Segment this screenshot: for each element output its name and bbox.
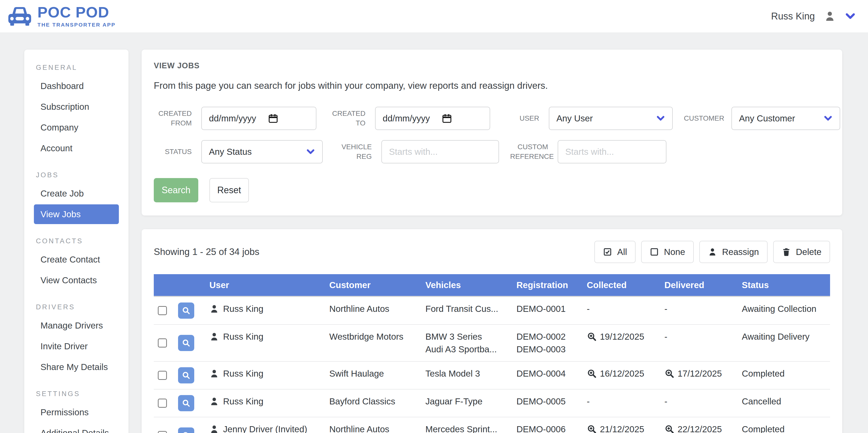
collected-value: 19/12/2025 <box>600 330 644 343</box>
registration-cell: DEMO-0002DEMO-0003 <box>513 330 583 355</box>
person-icon <box>209 332 219 341</box>
select-all-button[interactable]: All <box>594 241 636 263</box>
select-none-button[interactable]: None <box>641 241 694 263</box>
registration-line: DEMO-0005 <box>517 395 583 408</box>
customer-cell: Northline Autos <box>326 423 422 433</box>
sidebar-item-additional-details[interactable]: Additional Details <box>34 423 119 433</box>
sidebar-item-invite-driver[interactable]: Invite Driver <box>34 336 119 356</box>
calendar-icon[interactable] <box>268 113 278 124</box>
view-report-icon[interactable] <box>587 424 597 433</box>
main-content: VIEW JOBS From this page you can search … <box>142 50 842 433</box>
table-header-row: UserCustomerVehiclesRegistrationCollecte… <box>154 274 830 297</box>
vehicle-reg-input[interactable] <box>381 140 499 163</box>
logo-subtitle: THE TRANSPORTER APP <box>37 22 116 28</box>
view-job-button[interactable] <box>178 427 194 433</box>
user-menu[interactable]: Russ King <box>771 10 856 22</box>
calendar-icon[interactable] <box>442 113 452 124</box>
reassign-button[interactable]: Reassign <box>699 241 768 263</box>
registration-line: DEMO-0003 <box>517 343 583 355</box>
collected-cell[interactable]: 16/12/2025 <box>583 367 661 380</box>
sidebar-item-company[interactable]: Company <box>34 118 119 137</box>
created-to-label: CREATED TO <box>328 109 366 128</box>
view-job-button[interactable] <box>178 335 194 351</box>
table-row: Russ KingBayford ClassicsJaguar F-TypeDE… <box>154 390 830 417</box>
sidebar-item-subscription[interactable]: Subscription <box>34 97 119 117</box>
sidebar-section-general: GENERAL <box>36 64 119 71</box>
user-value: Russ King <box>223 395 264 408</box>
vehicle-line: Tesla Model 3 <box>425 367 513 380</box>
collected-cell: - <box>583 303 661 315</box>
user-select-value: Any User <box>556 113 593 123</box>
view-job-button[interactable] <box>178 367 194 383</box>
vehicle-line: Ford Transit Cus... <box>425 303 513 315</box>
customer-cell: Bayford Classics <box>326 395 422 408</box>
delivered-cell[interactable]: 17/12/2025 <box>661 367 738 380</box>
row-checkbox[interactable] <box>158 399 167 408</box>
row-checkbox[interactable] <box>158 338 167 347</box>
sidebar-item-share-my-details[interactable]: Share My Details <box>34 357 119 377</box>
delete-label: Delete <box>796 247 822 257</box>
row-checkbox[interactable] <box>158 431 167 433</box>
table-row: Russ KingNorthline AutosFord Transit Cus… <box>154 297 830 325</box>
user-filter-label: USER <box>501 114 539 123</box>
user-cell: Jenny Driver (Invited) <box>206 423 326 433</box>
vehicles-cell: Tesla Model 3 <box>422 367 513 380</box>
created-from-input[interactable]: dd/mm/yyyy <box>201 107 316 130</box>
user-cell: Russ King <box>206 303 326 315</box>
created-from-label: CREATED FROM <box>154 109 192 128</box>
customer-select[interactable]: Any Customer <box>732 107 840 130</box>
select-none-label: None <box>664 247 685 257</box>
reassign-label: Reassign <box>722 247 759 257</box>
sidebar-section-contacts: CONTACTS <box>36 237 119 245</box>
row-checkbox[interactable] <box>158 306 167 315</box>
row-checkbox[interactable] <box>158 371 167 380</box>
sidebar-item-create-contact[interactable]: Create Contact <box>34 250 119 269</box>
jobs-panel: Showing 1 - 25 of 34 jobs All None Reass… <box>142 229 842 433</box>
view-report-icon[interactable] <box>664 369 675 379</box>
registration-line: DEMO-0004 <box>517 367 583 380</box>
vehicle-line: BMW 3 Series <box>425 330 513 343</box>
status-cell: Cancelled <box>738 395 830 408</box>
page-description: From this page you can search for jobs w… <box>154 81 830 91</box>
collected-value: 16/12/2025 <box>600 367 644 380</box>
delivered-cell: - <box>661 395 738 408</box>
delete-button[interactable]: Delete <box>773 241 830 263</box>
reset-button[interactable]: Reset <box>209 178 249 202</box>
view-report-icon[interactable] <box>587 332 597 342</box>
app-logo[interactable]: POC POD THE TRANSPORTER APP <box>8 5 116 28</box>
sidebar-item-permissions[interactable]: Permissions <box>34 402 119 422</box>
chevron-down-icon[interactable] <box>845 11 856 22</box>
user-select[interactable]: Any User <box>549 107 673 130</box>
user-value: Russ King <box>223 367 264 380</box>
delivered-cell[interactable]: 22/12/2025 <box>661 423 738 433</box>
search-button[interactable]: Search <box>154 178 198 202</box>
sidebar-item-dashboard[interactable]: Dashboard <box>34 76 119 96</box>
view-report-icon[interactable] <box>664 424 675 433</box>
custom-reference-input[interactable] <box>558 140 666 163</box>
view-report-icon[interactable] <box>587 369 597 379</box>
column-header-vehicles: Vehicles <box>422 280 513 290</box>
registration-line: DEMO-0001 <box>517 303 583 315</box>
vehicle-line: Audi A3 Sportba... <box>425 343 513 355</box>
magnifier-icon <box>182 306 191 315</box>
vehicle-reg-label: VEHICLE REG <box>334 142 372 161</box>
sidebar-item-account[interactable]: Account <box>34 138 119 158</box>
registration-cell: DEMO-0001 <box>513 303 583 315</box>
table-row: Russ KingWestbridge MotorsBMW 3 SeriesAu… <box>154 325 830 362</box>
created-to-input[interactable]: dd/mm/yyyy <box>375 107 490 130</box>
person-icon <box>209 397 219 406</box>
sidebar-item-create-job[interactable]: Create Job <box>34 184 119 203</box>
custom-reference-label: CUSTOM REFERENCE <box>510 142 548 161</box>
view-job-button[interactable] <box>178 395 194 411</box>
table-row: Jenny Driver (Invited)Northline AutosMer… <box>154 417 830 433</box>
status-select[interactable]: Any Status <box>201 140 323 163</box>
customer-cell: Westbridge Motors <box>326 330 422 343</box>
sidebar-item-view-jobs[interactable]: View Jobs <box>34 204 119 224</box>
collected-value: - <box>587 395 590 408</box>
sidebar-item-view-contacts[interactable]: View Contacts <box>34 270 119 290</box>
collected-cell[interactable]: 19/12/2025 <box>583 330 661 343</box>
view-job-button[interactable] <box>178 303 194 319</box>
sidebar-item-manage-drivers[interactable]: Manage Drivers <box>34 316 119 335</box>
collected-cell[interactable]: 21/12/2025 <box>583 423 661 433</box>
magnifier-icon <box>182 431 191 433</box>
